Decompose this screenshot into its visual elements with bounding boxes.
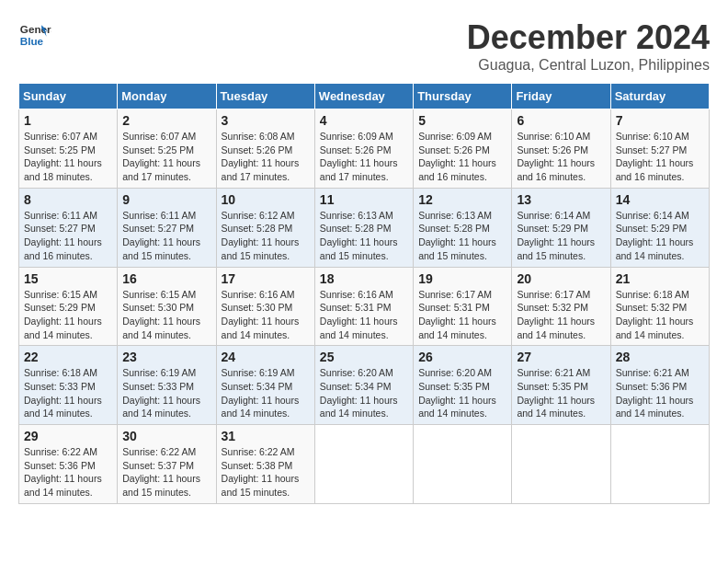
- day-number: 10: [222, 192, 310, 207]
- empty-cell: [414, 425, 512, 504]
- calendar-header: Sunday Monday Tuesday Wednesday Thursday…: [19, 84, 710, 109]
- day-number: 1: [24, 113, 112, 128]
- day-cell-18: 18 Sunrise: 6:16 AM Sunset: 5:31 PM Dayl…: [314, 267, 413, 346]
- day-number: 24: [222, 350, 310, 364]
- day-number: 23: [122, 350, 210, 364]
- day-info: Sunrise: 6:11 AM Sunset: 5:27 PM Dayligh…: [122, 209, 210, 263]
- day-info: Sunrise: 6:12 AM Sunset: 5:28 PM Dayligh…: [222, 209, 310, 263]
- header-monday: Monday: [118, 84, 216, 109]
- day-cell-23: 23 Sunrise: 6:19 AM Sunset: 5:33 PM Dayl…: [118, 346, 216, 425]
- day-cell-29: 29 Sunrise: 6:22 AM Sunset: 5:36 PM Dayl…: [19, 425, 118, 504]
- header-friday: Friday: [512, 84, 610, 109]
- day-number: 27: [517, 350, 605, 364]
- day-number: 20: [517, 271, 605, 286]
- day-cell-5: 5 Sunrise: 6:09 AM Sunset: 5:26 PM Dayli…: [414, 109, 512, 189]
- day-info: Sunrise: 6:18 AM Sunset: 5:32 PM Dayligh…: [616, 288, 704, 342]
- day-info: Sunrise: 6:10 AM Sunset: 5:26 PM Dayligh…: [517, 130, 605, 184]
- day-cell-21: 21 Sunrise: 6:18 AM Sunset: 5:32 PM Dayl…: [610, 267, 709, 346]
- day-number: 26: [418, 350, 506, 364]
- empty-cell: [512, 425, 610, 504]
- day-info: Sunrise: 6:19 AM Sunset: 5:34 PM Dayligh…: [222, 366, 310, 420]
- calendar-row: 8 Sunrise: 6:11 AM Sunset: 5:27 PM Dayli…: [19, 188, 710, 267]
- day-cell-27: 27 Sunrise: 6:21 AM Sunset: 5:35 PM Dayl…: [512, 346, 610, 425]
- day-cell-3: 3 Sunrise: 6:08 AM Sunset: 5:26 PM Dayli…: [216, 109, 314, 189]
- day-cell-9: 9 Sunrise: 6:11 AM Sunset: 5:27 PM Dayli…: [118, 188, 216, 267]
- day-cell-26: 26 Sunrise: 6:20 AM Sunset: 5:35 PM Dayl…: [414, 346, 512, 425]
- day-cell-12: 12 Sunrise: 6:13 AM Sunset: 5:28 PM Dayl…: [414, 188, 512, 267]
- day-cell-11: 11 Sunrise: 6:13 AM Sunset: 5:28 PM Dayl…: [314, 188, 413, 267]
- calendar-row: 29 Sunrise: 6:22 AM Sunset: 5:36 PM Dayl…: [19, 425, 710, 504]
- day-info: Sunrise: 6:11 AM Sunset: 5:27 PM Dayligh…: [24, 209, 112, 263]
- day-cell-22: 22 Sunrise: 6:18 AM Sunset: 5:33 PM Dayl…: [19, 346, 118, 425]
- day-number: 21: [616, 271, 704, 286]
- day-info: Sunrise: 6:14 AM Sunset: 5:29 PM Dayligh…: [517, 209, 605, 263]
- day-number: 22: [24, 350, 112, 364]
- day-cell-16: 16 Sunrise: 6:15 AM Sunset: 5:30 PM Dayl…: [118, 267, 216, 346]
- calendar-table: Sunday Monday Tuesday Wednesday Thursday…: [18, 83, 710, 504]
- day-info: Sunrise: 6:07 AM Sunset: 5:25 PM Dayligh…: [122, 130, 210, 184]
- day-cell-30: 30 Sunrise: 6:22 AM Sunset: 5:37 PM Dayl…: [118, 425, 216, 504]
- page-subtitle: Guagua, Central Luzon, Philippines: [467, 57, 710, 74]
- day-info: Sunrise: 6:13 AM Sunset: 5:28 PM Dayligh…: [418, 209, 506, 263]
- day-info: Sunrise: 6:14 AM Sunset: 5:29 PM Dayligh…: [616, 209, 704, 263]
- day-info: Sunrise: 6:15 AM Sunset: 5:29 PM Dayligh…: [24, 288, 112, 342]
- day-number: 28: [616, 350, 704, 364]
- day-cell-31: 31 Sunrise: 6:22 AM Sunset: 5:38 PM Dayl…: [216, 425, 314, 504]
- logo: General Blue: [18, 18, 51, 52]
- day-number: 14: [616, 192, 704, 207]
- day-number: 12: [418, 192, 506, 207]
- day-info: Sunrise: 6:10 AM Sunset: 5:27 PM Dayligh…: [616, 130, 704, 184]
- day-number: 11: [320, 192, 408, 207]
- day-number: 16: [122, 271, 210, 286]
- day-number: 8: [24, 192, 112, 207]
- day-info: Sunrise: 6:17 AM Sunset: 5:32 PM Dayligh…: [517, 288, 605, 342]
- title-section: December 2024 Guagua, Central Luzon, Phi…: [467, 18, 710, 74]
- svg-text:Blue: Blue: [20, 35, 44, 47]
- calendar-body: 1 Sunrise: 6:07 AM Sunset: 5:25 PM Dayli…: [19, 109, 710, 504]
- day-cell-24: 24 Sunrise: 6:19 AM Sunset: 5:34 PM Dayl…: [216, 346, 314, 425]
- day-number: 7: [616, 113, 704, 128]
- day-info: Sunrise: 6:21 AM Sunset: 5:36 PM Dayligh…: [616, 366, 704, 420]
- day-cell-1: 1 Sunrise: 6:07 AM Sunset: 5:25 PM Dayli…: [19, 109, 118, 189]
- header-thursday: Thursday: [414, 84, 512, 109]
- day-cell-20: 20 Sunrise: 6:17 AM Sunset: 5:32 PM Dayl…: [512, 267, 610, 346]
- header-saturday: Saturday: [610, 84, 709, 109]
- day-cell-28: 28 Sunrise: 6:21 AM Sunset: 5:36 PM Dayl…: [610, 346, 709, 425]
- day-cell-8: 8 Sunrise: 6:11 AM Sunset: 5:27 PM Dayli…: [19, 188, 118, 267]
- day-info: Sunrise: 6:17 AM Sunset: 5:31 PM Dayligh…: [418, 288, 506, 342]
- header-sunday: Sunday: [19, 84, 118, 109]
- day-number: 3: [222, 113, 310, 128]
- day-cell-19: 19 Sunrise: 6:17 AM Sunset: 5:31 PM Dayl…: [414, 267, 512, 346]
- header-tuesday: Tuesday: [216, 84, 314, 109]
- day-cell-7: 7 Sunrise: 6:10 AM Sunset: 5:27 PM Dayli…: [610, 109, 709, 189]
- day-cell-4: 4 Sunrise: 6:09 AM Sunset: 5:26 PM Dayli…: [314, 109, 413, 189]
- day-number: 31: [222, 429, 310, 443]
- empty-cell: [610, 425, 709, 504]
- page-header: General Blue December 2024 Guagua, Centr…: [18, 18, 710, 74]
- day-info: Sunrise: 6:22 AM Sunset: 5:37 PM Dayligh…: [122, 445, 210, 500]
- calendar-row: 22 Sunrise: 6:18 AM Sunset: 5:33 PM Dayl…: [19, 346, 710, 425]
- day-number: 5: [418, 113, 506, 128]
- day-cell-25: 25 Sunrise: 6:20 AM Sunset: 5:34 PM Dayl…: [314, 346, 413, 425]
- calendar-row: 15 Sunrise: 6:15 AM Sunset: 5:29 PM Dayl…: [19, 267, 710, 346]
- day-info: Sunrise: 6:16 AM Sunset: 5:30 PM Dayligh…: [222, 288, 310, 342]
- page-title: December 2024: [467, 18, 710, 57]
- day-number: 4: [320, 113, 408, 128]
- day-number: 19: [418, 271, 506, 286]
- day-number: 29: [24, 429, 112, 443]
- day-info: Sunrise: 6:16 AM Sunset: 5:31 PM Dayligh…: [320, 288, 408, 342]
- day-info: Sunrise: 6:18 AM Sunset: 5:33 PM Dayligh…: [24, 366, 112, 420]
- day-info: Sunrise: 6:08 AM Sunset: 5:26 PM Dayligh…: [222, 130, 310, 184]
- day-info: Sunrise: 6:20 AM Sunset: 5:34 PM Dayligh…: [320, 366, 408, 420]
- day-number: 17: [222, 271, 310, 286]
- day-cell-14: 14 Sunrise: 6:14 AM Sunset: 5:29 PM Dayl…: [610, 188, 709, 267]
- header-wednesday: Wednesday: [314, 84, 413, 109]
- day-number: 18: [320, 271, 408, 286]
- day-info: Sunrise: 6:19 AM Sunset: 5:33 PM Dayligh…: [122, 366, 210, 420]
- day-number: 9: [122, 192, 210, 207]
- svg-text:General: General: [20, 23, 51, 35]
- day-cell-6: 6 Sunrise: 6:10 AM Sunset: 5:26 PM Dayli…: [512, 109, 610, 189]
- day-cell-2: 2 Sunrise: 6:07 AM Sunset: 5:25 PM Dayli…: [118, 109, 216, 189]
- day-info: Sunrise: 6:07 AM Sunset: 5:25 PM Dayligh…: [24, 130, 112, 184]
- day-number: 2: [122, 113, 210, 128]
